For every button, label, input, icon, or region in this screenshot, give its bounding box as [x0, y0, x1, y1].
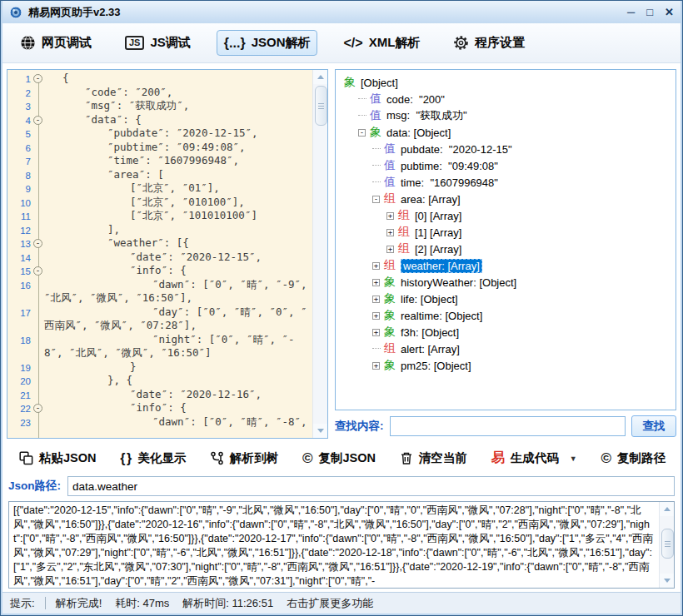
expand-box-icon[interactable]: +	[372, 262, 380, 270]
editor-line: 6″pubtime″: ″09:49:08″,	[7, 141, 312, 155]
editor-line-text: }, {	[44, 374, 310, 388]
tab-label: JSON解析	[252, 35, 311, 51]
collapse-box-icon[interactable]: -	[372, 196, 380, 203]
tab-json-parse[interactable]: {...}JSON解析	[217, 30, 318, 56]
tree-node-label[interactable]: life: [Object]	[401, 293, 458, 306]
tree-node-data[interactable]: -象data: [Object]	[342, 124, 676, 141]
editor-line-text: ″night″: [″0″, ″晴″, ″-8″, ″北风″, ″微风″, ″1…	[44, 333, 310, 360]
expand-box-icon[interactable]: +	[386, 212, 394, 220]
tree-node-label[interactable]: pubdate: "2020-12-15"	[401, 143, 512, 156]
tree-node-weather[interactable]: +组weather: [Array]	[342, 257, 676, 274]
tree-node-root[interactable]: 象[Object]	[342, 74, 676, 91]
tree-node-label[interactable]: msg: "获取成功"	[386, 108, 467, 123]
thumb-ridge-icon	[665, 544, 671, 544]
line-number: 15	[7, 265, 31, 279]
app-window: 精易网页助手v2.33 ─ □ ✕ 网页调试JSJS调试{...}JSON解析<…	[0, 0, 683, 616]
expand-box-icon[interactable]: +	[372, 312, 380, 320]
collapse-box-icon[interactable]: -	[358, 129, 366, 137]
tree-node-alert[interactable]: 组alert: [Array]	[342, 340, 676, 357]
tree-node-f3h[interactable]: +象f3h: [Object]	[342, 324, 676, 340]
tree-node-msg[interactable]: 值msg: "获取成功"	[342, 107, 676, 124]
tree-node-area[interactable]: -组area: [Array]	[342, 191, 676, 207]
title-bar[interactable]: 精易网页助手v2.33 ─ □ ✕	[2, 1, 681, 23]
tree-node-life[interactable]: +象life: [Object]	[342, 291, 676, 307]
tree-node-label[interactable]: [1] [Array]	[415, 226, 461, 239]
editor-scroll-down-button[interactable]	[313, 424, 327, 438]
beautify-button[interactable]: { }美化显示	[118, 448, 187, 469]
tree-node-label[interactable]: [Object]	[361, 77, 398, 89]
tree-node-label[interactable]: [2] [Array]	[415, 243, 461, 256]
tree-node-area-2[interactable]: +组[2] [Array]	[342, 241, 676, 257]
json-path-input[interactable]	[67, 476, 675, 496]
tree-node-label[interactable]: time: "1607996948"	[401, 176, 498, 189]
tab-js-debug[interactable]: JSJS调试	[117, 30, 198, 56]
tree-node-label[interactable]: code: "200"	[386, 93, 445, 106]
tree-node-label[interactable]: [0] [Array]	[415, 210, 461, 222]
result-scroll-up-button[interactable]	[660, 502, 674, 516]
tree-node-pubtime[interactable]: 值pubtime: "09:49:08"	[342, 157, 676, 174]
expand-box-icon[interactable]: +	[372, 329, 380, 336]
editor-scrollbar[interactable]	[312, 70, 327, 438]
editor-line: 18″night″: [″0″, ″晴″, ″-8″, ″北风″, ″微风″, …	[7, 333, 312, 360]
tab-xml-parse[interactable]: </>XML解析	[336, 30, 427, 56]
line-number: 22	[7, 402, 31, 416]
json-editor[interactable]: 1-{2″code″: ″200″,3″msg″: ″获取成功″,4-″data…	[7, 70, 312, 438]
copy-json-button[interactable]: ©复制JSON	[301, 448, 377, 469]
tree-node-label[interactable]: historyWeather: [Object]	[401, 276, 516, 289]
close-button[interactable]: ✕	[665, 7, 674, 17]
tree-node-pubdate[interactable]: 值pubdate: "2020-12-15"	[342, 141, 676, 157]
tree-node-label[interactable]: area: [Array]	[401, 193, 461, 206]
search-input[interactable]	[390, 416, 626, 436]
tree-node-historyWeather[interactable]: +象historyWeather: [Object]	[342, 274, 676, 291]
generate-code-button[interactable]: 易生成代码▼	[490, 447, 579, 469]
editor-line: 3″msg″: ″获取成功″,	[7, 99, 312, 113]
tab-web-debug[interactable]: 网页调试	[12, 30, 99, 56]
tree-node-label[interactable]: realtime: [Object]	[401, 310, 482, 322]
fold-collapse-icon[interactable]: -	[33, 74, 42, 83]
result-scroll-down-button[interactable]	[660, 574, 674, 588]
fold-collapse-icon[interactable]: -	[33, 266, 42, 276]
node-type-glyph: 组	[398, 241, 410, 256]
expand-box-icon[interactable]: +	[386, 229, 394, 236]
paste-json-button[interactable]: 粘贴JSON	[17, 448, 98, 469]
dropdown-caret-icon[interactable]: ▼	[570, 455, 577, 463]
tree-node-label[interactable]: pm25: [Object]	[401, 360, 471, 372]
fold-collapse-icon[interactable]: -	[33, 404, 42, 413]
tree-node-label[interactable]: pubtime: "09:49:08"	[401, 160, 498, 172]
result-text[interactable]: [{"date":"2020-12-15","info":{"dawn":["0…	[9, 502, 659, 588]
minimize-button[interactable]: ─	[627, 7, 635, 17]
tab-settings[interactable]: 程序设置	[446, 30, 532, 56]
tree-node-label[interactable]: f3h: [Object]	[401, 326, 459, 339]
tree-node-label[interactable]: weather: [Array]	[401, 259, 482, 273]
tree-node-code[interactable]: 值code: "200"	[342, 91, 676, 107]
expand-box-icon[interactable]: +	[372, 362, 380, 370]
parse-to-tree-button[interactable]: 解析到树	[208, 448, 280, 469]
node-type-glyph: 象	[384, 291, 396, 306]
maximize-button[interactable]: □	[646, 7, 653, 17]
clear-current-button[interactable]: 清空当前	[398, 448, 469, 469]
editor-scroll-up-button[interactable]	[313, 70, 327, 84]
tree-node-label[interactable]: data: [Object]	[386, 127, 451, 139]
line-number: 3	[7, 100, 31, 114]
tree-node-realtime[interactable]: +象realtime: [Object]	[342, 307, 676, 324]
tree-node-label[interactable]: alert: [Array]	[401, 343, 460, 355]
fold-collapse-icon[interactable]: -	[33, 116, 42, 125]
tree-node-area-1[interactable]: +组[1] [Array]	[342, 224, 676, 241]
node-type-glyph: 值	[370, 92, 381, 107]
result-scrollbar[interactable]	[659, 502, 674, 588]
copy-path-button[interactable]: ©复制路径	[599, 448, 667, 469]
fold-collapse-icon[interactable]: -	[33, 239, 42, 248]
yi-icon: 易	[491, 450, 505, 467]
line-number: 20	[7, 375, 31, 389]
editor-line-text: [″北京″, ″101010100″]	[44, 209, 310, 223]
editor-scroll-thumb[interactable]	[315, 86, 327, 126]
result-scroll-thumb[interactable]	[661, 529, 674, 559]
expand-box-icon[interactable]: +	[372, 279, 380, 286]
expand-box-icon[interactable]: +	[372, 296, 380, 303]
tree-node-time[interactable]: 值time: "1607996948"	[342, 174, 676, 191]
expand-box-icon[interactable]: +	[386, 246, 394, 253]
find-button[interactable]: 查找	[631, 415, 676, 437]
tree-node-area-0[interactable]: +组[0] [Array]	[342, 207, 676, 224]
tree-node-pm25[interactable]: +象pm25: [Object]	[342, 357, 676, 374]
line-number: 12	[7, 224, 31, 238]
